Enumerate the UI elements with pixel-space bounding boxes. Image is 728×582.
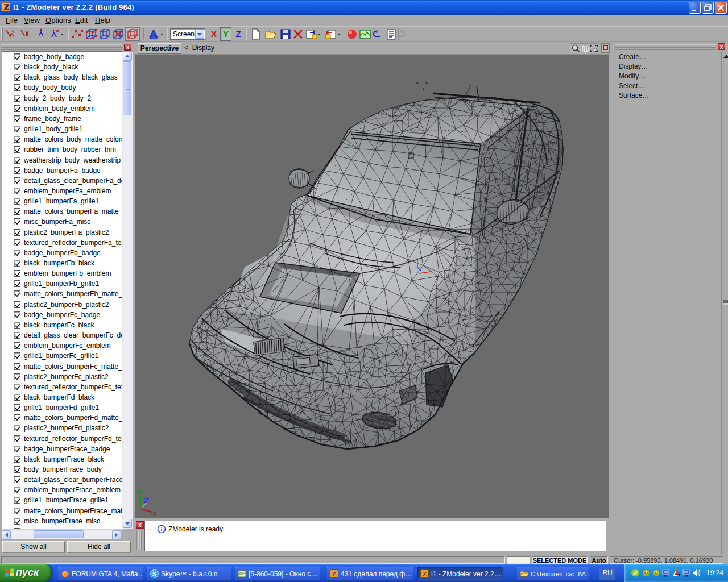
- svg-text:Z: Z: [332, 570, 336, 578]
- svg-text:Z: Z: [422, 570, 427, 578]
- svg-text:ZModeler is ready.: ZModeler is ready.: [168, 525, 224, 533]
- svg-text:Z: Z: [235, 29, 241, 39]
- svg-text:Y: Y: [223, 29, 229, 39]
- svg-text:X: X: [211, 29, 217, 39]
- svg-text:S: S: [152, 571, 156, 577]
- svg-text:i: i: [160, 526, 162, 533]
